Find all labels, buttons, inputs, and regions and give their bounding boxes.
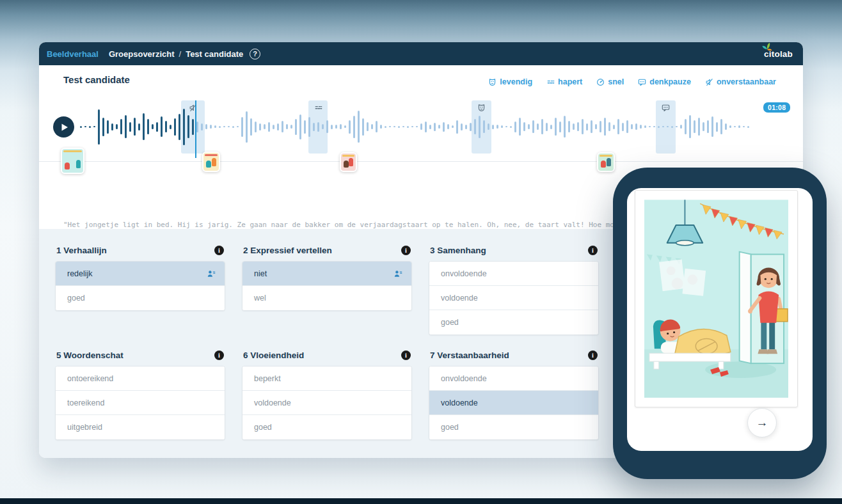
page-title: Test candidate xyxy=(63,74,130,85)
playhead[interactable] xyxy=(195,100,196,158)
rating-title: 1 Verhaallijn xyxy=(56,246,107,255)
legend-tag-denkpauze[interactable]: denkpauze xyxy=(638,77,691,86)
play-icon xyxy=(61,123,68,131)
rating-option-voldoende[interactable]: voldoende xyxy=(429,391,598,415)
waveform-bar xyxy=(689,115,691,138)
rating-option-niet[interactable]: niet xyxy=(242,262,411,286)
rating-option-goed[interactable]: goed xyxy=(429,415,598,439)
thumbnail-figure xyxy=(212,158,216,166)
waveform-bar xyxy=(389,126,391,127)
waveform-bar xyxy=(698,118,700,136)
waveform-bars xyxy=(80,96,752,157)
waveform-bar xyxy=(170,125,171,129)
waveform-bar xyxy=(707,120,709,133)
waveform-bar xyxy=(591,120,592,133)
waveform-bar xyxy=(349,120,351,134)
play-button[interactable] xyxy=(53,116,74,138)
breadcrumb-home[interactable]: Beeldverhaal xyxy=(47,49,99,59)
waveform-zone[interactable]: 01:08 xyxy=(39,96,803,161)
waveform-bar xyxy=(564,116,566,138)
scene-thumbnail[interactable] xyxy=(340,152,357,172)
waveform-bar xyxy=(479,116,481,138)
rating-option-goed[interactable]: goed xyxy=(429,310,598,335)
thumbnail-figure xyxy=(76,160,81,168)
help-icon[interactable]: ? xyxy=(250,49,260,59)
waveform-bar xyxy=(582,119,584,134)
thumbnail-figure xyxy=(344,161,349,168)
waveform-bar xyxy=(528,124,530,129)
header-bar: Beeldverhaal Groepsoverzicht / Test cand… xyxy=(39,42,803,65)
rating-option-redelijk[interactable]: redelijk xyxy=(56,262,225,286)
rating-card-6: 6 Vloeiendheidibeperktvoldoendegoed xyxy=(242,350,412,440)
option-label: voldoende xyxy=(441,294,478,303)
rating-title-row: 5 Woordenschati xyxy=(56,350,224,360)
next-button[interactable]: → xyxy=(747,408,777,437)
option-label: onvoldoende xyxy=(441,374,487,383)
option-label: niet xyxy=(254,269,267,278)
duration-badge: 01:08 xyxy=(763,102,790,113)
scene-thumbnail[interactable] xyxy=(61,148,84,174)
rating-option-uitgebreid[interactable]: uitgebreid xyxy=(56,415,225,439)
info-icon[interactable]: i xyxy=(214,350,224,360)
scene-thumbnail[interactable] xyxy=(597,152,615,172)
waveform-bar xyxy=(116,124,118,129)
legend-tag-onverstaanbaar[interactable]: onverstaanbaar xyxy=(705,77,776,86)
waveform-bar xyxy=(335,125,337,129)
waveform-bar xyxy=(600,121,601,132)
waveform-bar xyxy=(161,116,163,137)
rating-option-onvoldoende[interactable]: onvoldoende xyxy=(429,262,598,286)
waveform-bar xyxy=(546,123,548,131)
thumbnail-figure xyxy=(65,162,70,169)
rating-option-goed[interactable]: goed xyxy=(56,286,225,310)
legend-tag-levendig[interactable]: levendig xyxy=(488,77,532,86)
breadcrumb-section[interactable]: Groepsoverzicht xyxy=(109,49,175,59)
rating-options: redelijkgoed xyxy=(55,261,225,311)
waveform-bar xyxy=(125,115,127,138)
citolab-logo: citolab xyxy=(764,49,793,59)
waveform-bar xyxy=(420,123,422,130)
waveform-bar xyxy=(398,126,400,128)
waveform-bar xyxy=(317,122,319,132)
waveform-bar xyxy=(411,126,413,127)
rating-option-onvoldoende[interactable]: onvoldoende xyxy=(429,366,598,391)
rating-option-goed[interactable]: goed xyxy=(242,415,411,439)
bottom-bar xyxy=(0,498,842,504)
thumbnail-figure xyxy=(601,161,606,168)
rating-option-voldoende[interactable]: voldoende xyxy=(242,391,411,415)
thumbnail-figure xyxy=(206,161,211,168)
info-icon[interactable]: i xyxy=(401,350,411,360)
legend-tag-snel[interactable]: snel xyxy=(596,77,624,86)
waveform-bar xyxy=(568,121,570,132)
rating-option-voldoende[interactable]: voldoende xyxy=(429,286,598,310)
waveform-bar xyxy=(205,124,207,129)
waveform-bar xyxy=(210,125,212,129)
waveform-bar xyxy=(107,120,109,134)
waveform-bar xyxy=(214,125,216,128)
waveform-bar xyxy=(174,118,176,136)
story-card xyxy=(635,190,798,407)
waveform-bar xyxy=(474,119,476,134)
legend-tag-hapert[interactable]: hapert xyxy=(546,77,582,86)
waveform-bar xyxy=(246,111,248,143)
waveform-bar xyxy=(290,125,292,129)
rating-option-toereikend[interactable]: toereikend xyxy=(56,391,225,415)
info-icon[interactable]: i xyxy=(401,246,411,255)
rating-card-5: 5 Woordenschationtoereikendtoereikenduit… xyxy=(55,350,225,440)
section-divider xyxy=(39,161,803,162)
waveform-bar xyxy=(496,125,498,129)
waveform-bar xyxy=(165,121,167,132)
waveform-bar xyxy=(586,123,588,130)
rating-option-ontoereikend[interactable]: ontoereikend xyxy=(56,366,225,391)
waveform-bar xyxy=(501,125,503,128)
waveform-bar xyxy=(743,126,745,127)
rating-option-beperkt[interactable]: beperkt xyxy=(242,366,411,391)
info-icon[interactable]: i xyxy=(588,246,598,255)
waveform-bar xyxy=(322,124,324,129)
rating-option-wel[interactable]: wel xyxy=(242,286,411,310)
rating-title: 3 Samenhang xyxy=(430,246,486,255)
waveform-bar xyxy=(523,122,525,131)
info-icon[interactable]: i xyxy=(588,350,598,360)
waveform-bar xyxy=(299,114,301,139)
scene-thumbnail[interactable] xyxy=(202,152,220,172)
info-icon[interactable]: i xyxy=(214,246,224,255)
